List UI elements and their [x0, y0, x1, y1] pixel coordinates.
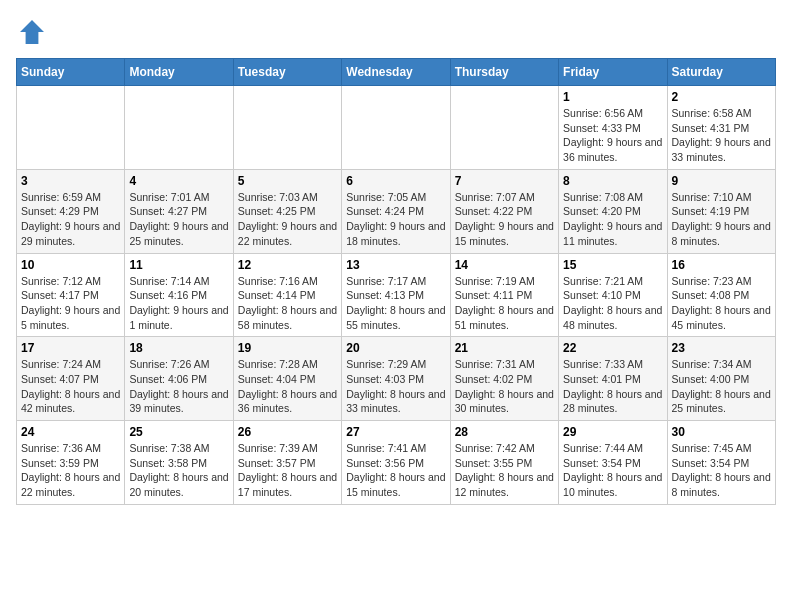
calendar: SundayMondayTuesdayWednesdayThursdayFrid… [16, 58, 776, 505]
day-number: 4 [129, 174, 228, 188]
logo [16, 16, 52, 48]
day-number: 7 [455, 174, 554, 188]
day-number: 8 [563, 174, 662, 188]
calendar-cell: 21Sunrise: 7:31 AM Sunset: 4:02 PM Dayli… [450, 337, 558, 421]
day-info: Sunrise: 7:17 AM Sunset: 4:13 PM Dayligh… [346, 274, 445, 333]
day-info: Sunrise: 7:33 AM Sunset: 4:01 PM Dayligh… [563, 357, 662, 416]
calendar-cell: 10Sunrise: 7:12 AM Sunset: 4:17 PM Dayli… [17, 253, 125, 337]
day-info: Sunrise: 7:29 AM Sunset: 4:03 PM Dayligh… [346, 357, 445, 416]
day-info: Sunrise: 7:01 AM Sunset: 4:27 PM Dayligh… [129, 190, 228, 249]
day-number: 6 [346, 174, 445, 188]
day-info: Sunrise: 7:36 AM Sunset: 3:59 PM Dayligh… [21, 441, 120, 500]
calendar-cell: 27Sunrise: 7:41 AM Sunset: 3:56 PM Dayli… [342, 421, 450, 505]
calendar-cell [125, 86, 233, 170]
day-info: Sunrise: 6:58 AM Sunset: 4:31 PM Dayligh… [672, 106, 771, 165]
calendar-cell: 22Sunrise: 7:33 AM Sunset: 4:01 PM Dayli… [559, 337, 667, 421]
day-info: Sunrise: 7:03 AM Sunset: 4:25 PM Dayligh… [238, 190, 337, 249]
day-of-week-header: Monday [125, 59, 233, 86]
day-info: Sunrise: 6:56 AM Sunset: 4:33 PM Dayligh… [563, 106, 662, 165]
calendar-cell: 14Sunrise: 7:19 AM Sunset: 4:11 PM Dayli… [450, 253, 558, 337]
calendar-cell: 7Sunrise: 7:07 AM Sunset: 4:22 PM Daylig… [450, 169, 558, 253]
calendar-cell: 4Sunrise: 7:01 AM Sunset: 4:27 PM Daylig… [125, 169, 233, 253]
day-of-week-header: Tuesday [233, 59, 341, 86]
calendar-cell: 3Sunrise: 6:59 AM Sunset: 4:29 PM Daylig… [17, 169, 125, 253]
calendar-cell: 19Sunrise: 7:28 AM Sunset: 4:04 PM Dayli… [233, 337, 341, 421]
calendar-cell: 29Sunrise: 7:44 AM Sunset: 3:54 PM Dayli… [559, 421, 667, 505]
calendar-cell: 24Sunrise: 7:36 AM Sunset: 3:59 PM Dayli… [17, 421, 125, 505]
day-info: Sunrise: 7:07 AM Sunset: 4:22 PM Dayligh… [455, 190, 554, 249]
day-info: Sunrise: 6:59 AM Sunset: 4:29 PM Dayligh… [21, 190, 120, 249]
day-info: Sunrise: 7:14 AM Sunset: 4:16 PM Dayligh… [129, 274, 228, 333]
day-of-week-header: Sunday [17, 59, 125, 86]
calendar-cell: 6Sunrise: 7:05 AM Sunset: 4:24 PM Daylig… [342, 169, 450, 253]
day-number: 21 [455, 341, 554, 355]
calendar-cell: 18Sunrise: 7:26 AM Sunset: 4:06 PM Dayli… [125, 337, 233, 421]
day-info: Sunrise: 7:19 AM Sunset: 4:11 PM Dayligh… [455, 274, 554, 333]
calendar-cell: 15Sunrise: 7:21 AM Sunset: 4:10 PM Dayli… [559, 253, 667, 337]
day-info: Sunrise: 7:16 AM Sunset: 4:14 PM Dayligh… [238, 274, 337, 333]
day-number: 16 [672, 258, 771, 272]
calendar-cell [450, 86, 558, 170]
day-number: 20 [346, 341, 445, 355]
day-of-week-header: Wednesday [342, 59, 450, 86]
calendar-week-row: 10Sunrise: 7:12 AM Sunset: 4:17 PM Dayli… [17, 253, 776, 337]
calendar-cell: 23Sunrise: 7:34 AM Sunset: 4:00 PM Dayli… [667, 337, 775, 421]
day-number: 9 [672, 174, 771, 188]
calendar-cell: 28Sunrise: 7:42 AM Sunset: 3:55 PM Dayli… [450, 421, 558, 505]
day-info: Sunrise: 7:28 AM Sunset: 4:04 PM Dayligh… [238, 357, 337, 416]
day-of-week-header: Saturday [667, 59, 775, 86]
calendar-week-row: 3Sunrise: 6:59 AM Sunset: 4:29 PM Daylig… [17, 169, 776, 253]
day-info: Sunrise: 7:34 AM Sunset: 4:00 PM Dayligh… [672, 357, 771, 416]
day-info: Sunrise: 7:12 AM Sunset: 4:17 PM Dayligh… [21, 274, 120, 333]
day-info: Sunrise: 7:44 AM Sunset: 3:54 PM Dayligh… [563, 441, 662, 500]
calendar-cell: 5Sunrise: 7:03 AM Sunset: 4:25 PM Daylig… [233, 169, 341, 253]
day-info: Sunrise: 7:08 AM Sunset: 4:20 PM Dayligh… [563, 190, 662, 249]
calendar-cell [342, 86, 450, 170]
calendar-cell: 25Sunrise: 7:38 AM Sunset: 3:58 PM Dayli… [125, 421, 233, 505]
day-number: 1 [563, 90, 662, 104]
day-number: 12 [238, 258, 337, 272]
day-number: 23 [672, 341, 771, 355]
day-number: 19 [238, 341, 337, 355]
day-of-week-header: Thursday [450, 59, 558, 86]
day-number: 3 [21, 174, 120, 188]
day-number: 30 [672, 425, 771, 439]
day-number: 18 [129, 341, 228, 355]
day-number: 24 [21, 425, 120, 439]
calendar-week-row: 24Sunrise: 7:36 AM Sunset: 3:59 PM Dayli… [17, 421, 776, 505]
calendar-cell: 1Sunrise: 6:56 AM Sunset: 4:33 PM Daylig… [559, 86, 667, 170]
day-info: Sunrise: 7:39 AM Sunset: 3:57 PM Dayligh… [238, 441, 337, 500]
calendar-cell: 8Sunrise: 7:08 AM Sunset: 4:20 PM Daylig… [559, 169, 667, 253]
day-number: 2 [672, 90, 771, 104]
calendar-cell: 9Sunrise: 7:10 AM Sunset: 4:19 PM Daylig… [667, 169, 775, 253]
calendar-cell: 30Sunrise: 7:45 AM Sunset: 3:54 PM Dayli… [667, 421, 775, 505]
day-info: Sunrise: 7:21 AM Sunset: 4:10 PM Dayligh… [563, 274, 662, 333]
calendar-cell: 11Sunrise: 7:14 AM Sunset: 4:16 PM Dayli… [125, 253, 233, 337]
day-number: 14 [455, 258, 554, 272]
calendar-cell: 20Sunrise: 7:29 AM Sunset: 4:03 PM Dayli… [342, 337, 450, 421]
day-number: 22 [563, 341, 662, 355]
day-info: Sunrise: 7:42 AM Sunset: 3:55 PM Dayligh… [455, 441, 554, 500]
day-of-week-header: Friday [559, 59, 667, 86]
calendar-cell: 16Sunrise: 7:23 AM Sunset: 4:08 PM Dayli… [667, 253, 775, 337]
calendar-cell: 12Sunrise: 7:16 AM Sunset: 4:14 PM Dayli… [233, 253, 341, 337]
day-number: 28 [455, 425, 554, 439]
day-number: 11 [129, 258, 228, 272]
day-info: Sunrise: 7:05 AM Sunset: 4:24 PM Dayligh… [346, 190, 445, 249]
day-number: 15 [563, 258, 662, 272]
calendar-cell: 13Sunrise: 7:17 AM Sunset: 4:13 PM Dayli… [342, 253, 450, 337]
calendar-week-row: 1Sunrise: 6:56 AM Sunset: 4:33 PM Daylig… [17, 86, 776, 170]
calendar-cell: 17Sunrise: 7:24 AM Sunset: 4:07 PM Dayli… [17, 337, 125, 421]
day-number: 17 [21, 341, 120, 355]
calendar-cell: 2Sunrise: 6:58 AM Sunset: 4:31 PM Daylig… [667, 86, 775, 170]
day-info: Sunrise: 7:31 AM Sunset: 4:02 PM Dayligh… [455, 357, 554, 416]
calendar-cell: 26Sunrise: 7:39 AM Sunset: 3:57 PM Dayli… [233, 421, 341, 505]
day-info: Sunrise: 7:23 AM Sunset: 4:08 PM Dayligh… [672, 274, 771, 333]
calendar-cell [233, 86, 341, 170]
day-info: Sunrise: 7:38 AM Sunset: 3:58 PM Dayligh… [129, 441, 228, 500]
day-info: Sunrise: 7:26 AM Sunset: 4:06 PM Dayligh… [129, 357, 228, 416]
day-number: 26 [238, 425, 337, 439]
day-number: 29 [563, 425, 662, 439]
calendar-cell [17, 86, 125, 170]
day-number: 5 [238, 174, 337, 188]
